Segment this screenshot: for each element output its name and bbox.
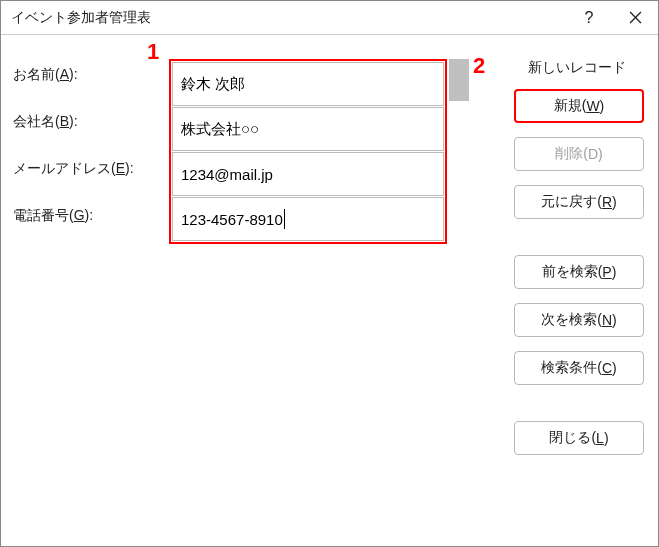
window-title: イベント参加者管理表 [11,9,566,27]
input-group-highlight: 鈴木 次郎 株式会社○○ 1234@mail.jp 123-4567-8910 [169,59,447,244]
new-button[interactable]: 新規(W) [514,89,644,123]
find-prev-button[interactable]: 前を検索(P) [514,255,644,289]
name-field[interactable]: 鈴木 次郎 [172,62,444,106]
text-caret [284,209,285,229]
label-name: お名前(A): [11,66,169,84]
annotation-2: 2 [473,53,485,79]
label-company: 会社名(B): [11,113,169,131]
find-next-button[interactable]: 次を検索(N) [514,303,644,337]
delete-button[interactable]: 削除(D) [514,137,644,171]
help-button[interactable]: ? [566,1,612,35]
email-field[interactable]: 1234@mail.jp [172,152,444,196]
record-scrollbar[interactable] [449,51,471,455]
titlebar: イベント参加者管理表 ? [1,1,658,35]
close-button[interactable]: 閉じる(L) [514,421,644,455]
label-phone: 電話番号(G): [11,207,169,225]
label-email: メールアドレス(E): [11,160,169,178]
scroll-thumb[interactable] [449,59,469,101]
restore-button[interactable]: 元に戻す(R) [514,185,644,219]
close-icon [629,11,642,24]
dialog-body: 1 お名前(A): 会社名(B): メールアドレス(E): 電話番号(G): 鈴… [1,35,658,465]
company-field[interactable]: 株式会社○○ [172,107,444,151]
annotation-1: 1 [147,39,159,65]
button-column: 2 新しいレコード 新規(W) 削除(D) 元に戻す(R) 前を検索(P) 次を… [479,51,644,455]
phone-field[interactable]: 123-4567-8910 [172,197,444,241]
criteria-button[interactable]: 検索条件(C) [514,351,644,385]
record-position-label: 新しいレコード [528,59,626,77]
close-window-button[interactable] [612,1,658,35]
form-area: 1 お名前(A): 会社名(B): メールアドレス(E): 電話番号(G): 鈴… [11,51,441,455]
